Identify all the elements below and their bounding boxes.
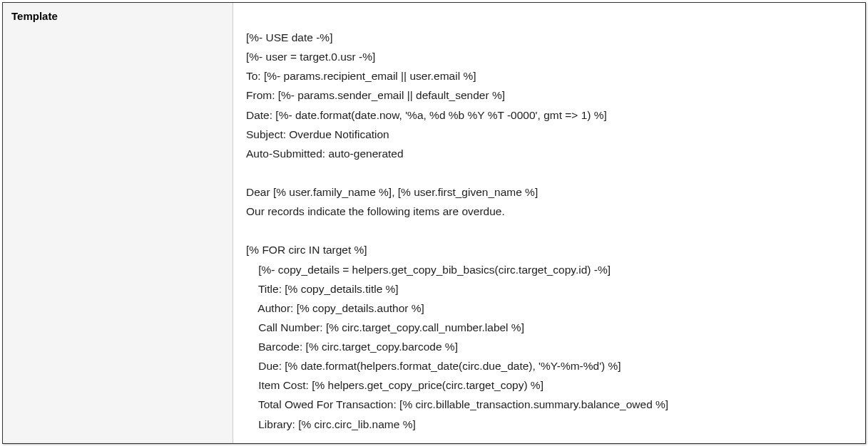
field-label: Template <box>11 10 224 22</box>
label-column: Template <box>3 3 233 443</box>
template-panel: Template [%- USE date -%] [%- user = tar… <box>2 2 866 444</box>
content-column: [%- USE date -%] [%- user = target.0.usr… <box>233 3 865 443</box>
template-body: [%- USE date -%] [%- user = target.0.usr… <box>246 28 852 443</box>
